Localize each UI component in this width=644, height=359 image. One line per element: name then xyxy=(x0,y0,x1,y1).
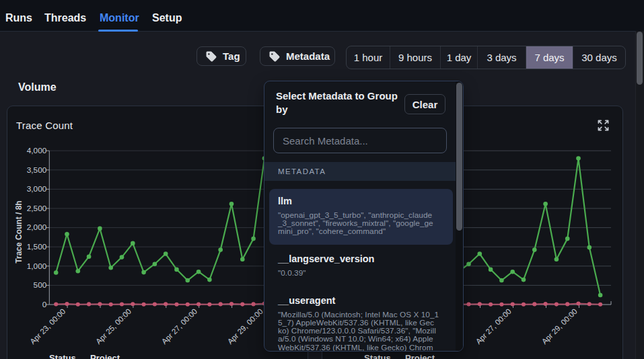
svg-text:1,500: 1,500 xyxy=(27,242,47,251)
svg-text:3,500: 3,500 xyxy=(27,165,47,175)
svg-text:4,000: 4,000 xyxy=(27,146,47,155)
svg-text:2,000: 2,000 xyxy=(27,223,47,232)
svg-text:Apr 29, 00:00: Apr 29, 00:00 xyxy=(226,307,264,346)
svg-text:3,000: 3,000 xyxy=(27,184,47,194)
svg-text:Apr 25, 00:00: Apr 25, 00:00 xyxy=(94,307,133,346)
svg-text:Apr 23, 00:00: Apr 23, 00:00 xyxy=(28,307,67,346)
svg-text:1,000: 1,000 xyxy=(27,262,47,271)
svg-text:Apr 29, 00:00: Apr 29, 00:00 xyxy=(540,307,579,346)
svg-text:Apr 27, 00:00: Apr 27, 00:00 xyxy=(160,307,199,346)
svg-text:2,500: 2,500 xyxy=(27,204,47,213)
svg-text:Trace Count / 8h: Trace Count / 8h xyxy=(14,200,24,263)
svg-text:0: 0 xyxy=(42,300,47,309)
svg-text:500: 500 xyxy=(34,280,47,290)
svg-text:Apr 27, 00:00: Apr 27, 00:00 xyxy=(474,307,513,346)
